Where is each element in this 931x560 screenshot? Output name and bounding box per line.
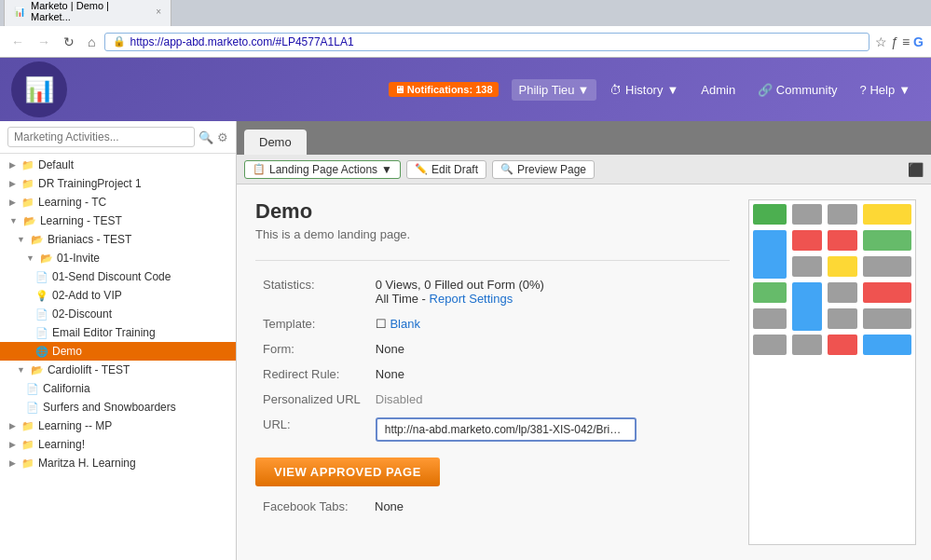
template-label: Template: xyxy=(255,311,368,336)
preview-page-label: Preview Page xyxy=(517,163,586,176)
sidebar-item-demo[interactable]: 🌐 Demo xyxy=(0,342,236,361)
sidebar-search-icon[interactable]: 🔍 xyxy=(199,130,213,144)
sidebar-item-01-invite[interactable]: ▼ 📂 01-Invite xyxy=(0,249,236,267)
file-icon: 📄 xyxy=(35,308,48,321)
preview-page-button[interactable]: 🔍 Preview Page xyxy=(492,160,595,179)
sidebar-item-california[interactable]: 📄 California xyxy=(0,379,236,398)
table-row-form: Form: None xyxy=(255,336,730,362)
sidebar-item-add-vip[interactable]: 💡 02-Add to VIP xyxy=(0,286,236,305)
sidebar: 🔍 ⚙ ▶ 📁 Default ▶ 📁 DR TrainingProject 1… xyxy=(0,121,237,560)
view-approved-button[interactable]: VIEW APPROVED PAGE xyxy=(255,458,440,486)
tab-demo[interactable]: Demo xyxy=(244,130,307,155)
notifications-button[interactable]: 🖥 Notifications: 138 xyxy=(379,78,508,101)
page-subtitle: This is a demo landing page. xyxy=(255,227,730,241)
sidebar-item-label: Surfers and Snowboarders xyxy=(43,401,176,414)
sidebar-item-label: Brianiacs - TEST xyxy=(48,233,131,246)
sidebar-item-learning-test[interactable]: ▼ 📂 Learning - TEST xyxy=(0,212,236,230)
folder-open-icon: 📂 xyxy=(23,215,36,227)
star-icon[interactable]: ☆ xyxy=(875,34,887,49)
sidebar-item-learning-tc[interactable]: ▶ 📁 Learning - TC xyxy=(0,193,236,212)
folder-icon: 📁 xyxy=(21,159,34,171)
browser-menu-icon[interactable]: ≡ xyxy=(902,34,910,49)
file-icon: 📄 xyxy=(35,271,48,283)
svg-rect-12 xyxy=(792,282,822,331)
back-button[interactable]: ← xyxy=(7,33,28,51)
sidebar-item-brianiacs[interactable]: ▼ 📂 Brianiacs - TEST xyxy=(0,230,236,249)
content-tabs: Demo xyxy=(237,121,931,155)
report-settings-link[interactable]: Report Settings xyxy=(430,292,513,306)
landing-page-dropdown-icon: ▼ xyxy=(381,163,392,176)
page-content: Demo This is a demo landing page. Statis… xyxy=(237,184,931,560)
expand-icon: ▼ xyxy=(17,365,25,375)
logo-icon: 📊 xyxy=(24,75,54,104)
sidebar-item-surfers[interactable]: 📄 Surfers and Snowboarders xyxy=(0,398,236,417)
personalized-label: Personalized URL xyxy=(255,387,368,412)
sidebar-item-learning-excl[interactable]: ▶ 📁 Learning! xyxy=(0,435,236,454)
svg-rect-5 xyxy=(792,230,822,251)
sidebar-item-learning-mp[interactable]: ▶ 📁 Learning -- MP xyxy=(0,417,236,435)
template-checkbox: ☐ xyxy=(376,317,387,331)
url-label: URL: xyxy=(255,412,368,450)
edit-draft-button[interactable]: ✏️ Edit Draft xyxy=(406,160,486,179)
maximize-button[interactable]: ⬛ xyxy=(908,162,924,177)
community-button[interactable]: 🔗 Community xyxy=(748,79,846,101)
home-button[interactable]: ⌂ xyxy=(84,33,99,51)
personalized-value: Disabled xyxy=(368,387,730,412)
user-menu-button[interactable]: Philip Tieu ▼ xyxy=(512,79,597,101)
history-label: ⏱ History xyxy=(609,83,663,97)
sidebar-item-maritza[interactable]: ▶ 📁 Maritza H. Learning xyxy=(0,454,236,472)
svg-rect-2 xyxy=(828,204,857,225)
sidebar-item-cardiolift[interactable]: ▼ 📂 Cardiolift - TEST xyxy=(0,361,236,379)
sidebar-item-label: Learning! xyxy=(38,438,85,451)
url-box[interactable]: 🔒 https://app-abd.marketo.com/#LP4577A1L… xyxy=(104,33,869,51)
sidebar-item-send-discount[interactable]: 📄 01-Send Discount Code xyxy=(0,267,236,286)
expand-icon: ▼ xyxy=(9,216,18,225)
sidebar-item-default[interactable]: ▶ 📁 Default xyxy=(0,156,236,174)
template-link[interactable]: Blank xyxy=(390,317,420,331)
tab-favicon: 📊 xyxy=(14,7,25,17)
svg-rect-1 xyxy=(792,204,822,225)
main-layout: 🔍 ⚙ ▶ 📁 Default ▶ 📁 DR TrainingProject 1… xyxy=(0,121,931,560)
help-button[interactable]: ? Help ▼ xyxy=(851,79,920,101)
svg-rect-4 xyxy=(753,230,787,279)
sidebar-config-icon[interactable]: ⚙ xyxy=(217,130,228,144)
header-nav: 🖥 Notifications: 138 Philip Tieu ▼ ⏱ His… xyxy=(379,78,920,101)
sidebar-search-input[interactable] xyxy=(7,127,195,147)
svg-rect-21 xyxy=(863,335,911,355)
url-field[interactable]: http://na-abd.marketo.com/lp/381-XIS-042… xyxy=(376,417,637,442)
edit-draft-icon: ✏️ xyxy=(415,163,428,175)
expand-icon: ▶ xyxy=(9,160,16,170)
history-button[interactable]: ⏱ History ▼ xyxy=(600,79,688,101)
forward-button[interactable]: → xyxy=(34,33,54,51)
folder-icon: 📁 xyxy=(21,178,34,190)
table-row-facebook: Facebook Tabs: None xyxy=(255,494,730,519)
google-icon[interactable]: G xyxy=(913,34,924,49)
sidebar-item-label: Email Editor Training xyxy=(52,326,156,339)
sidebar-item-dr-training[interactable]: ▶ 📁 DR TrainingProject 1 xyxy=(0,174,236,193)
help-dropdown-icon: ▼ xyxy=(898,83,910,97)
sidebar-item-discount[interactable]: 📄 02-Discount xyxy=(0,305,236,323)
app-header: 📊 🖥 Notifications: 138 Philip Tieu ▼ ⏱ H… xyxy=(0,58,931,121)
svg-rect-11 xyxy=(753,282,787,303)
svg-rect-8 xyxy=(792,256,822,277)
tab-close-button[interactable]: × xyxy=(156,7,161,17)
file-icon: 📄 xyxy=(26,383,39,395)
folder-icon: 📁 xyxy=(21,439,34,451)
sidebar-item-email-editor-training[interactable]: 📄 Email Editor Training xyxy=(0,323,236,342)
sidebar-item-label: Cardiolift - TEST xyxy=(48,363,130,376)
extension-icon[interactable]: ƒ xyxy=(891,34,898,49)
reload-button[interactable]: ↻ xyxy=(60,33,78,51)
help-label: ? Help xyxy=(860,83,896,97)
admin-button[interactable]: Admin xyxy=(691,79,745,101)
sidebar-item-label: DR TrainingProject 1 xyxy=(38,177,142,190)
table-row-redirect: Redirect Rule: None xyxy=(255,362,730,387)
notifications-badge: 🖥 Notifications: 138 xyxy=(389,82,499,97)
folder-open-icon: 📂 xyxy=(31,364,44,376)
landing-page-actions-icon: 📋 xyxy=(253,163,266,175)
browser-tab[interactable]: 📊 Marketo | Demo | Market... × xyxy=(4,0,171,26)
expand-icon: ▶ xyxy=(9,179,16,188)
page-main: Demo This is a demo landing page. Statis… xyxy=(237,184,748,560)
landing-page-actions-button[interactable]: 📋 Landing Page Actions ▼ xyxy=(244,160,401,179)
admin-label: Admin xyxy=(701,83,735,97)
folder-icon: 📁 xyxy=(21,420,34,432)
